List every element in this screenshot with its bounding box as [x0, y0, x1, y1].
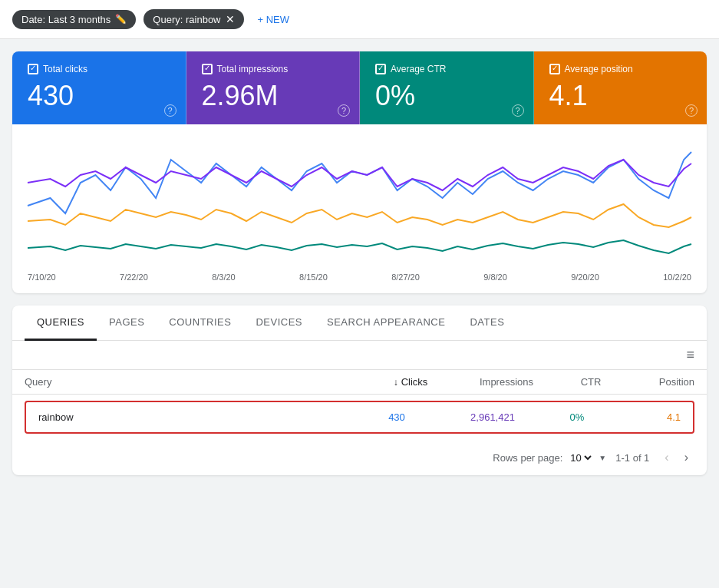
impressions-label: Total impressions	[217, 64, 289, 74]
x-label-5: 8/27/20	[391, 273, 420, 282]
position-checkbox[interactable]	[549, 64, 560, 74]
position-label: Average position	[565, 64, 633, 74]
impressions-checkbox[interactable]	[202, 64, 213, 74]
date-filter-chip[interactable]: Date: Last 3 months ✏️	[12, 10, 136, 29]
metric-impressions: Total impressions 2.96M ?	[186, 51, 361, 124]
metrics-card: Total clicks 430 ? Total impressions 2.9…	[12, 51, 707, 293]
x-label-2: 7/22/20	[120, 273, 148, 282]
chart-x-labels: 7/10/20 7/22/20 8/3/20 8/15/20 8/27/20 9…	[28, 269, 691, 288]
row-clicks: 430	[351, 411, 443, 423]
header-clicks[interactable]: ↓ Clicks	[364, 376, 457, 388]
row-ctr: 0%	[543, 411, 612, 423]
table-header-wrapper: Query ↓ Clicks Impressions CTR Position	[12, 370, 707, 395]
tabs-card: QUERIES PAGES COUNTRIES DEVICES SEARCH A…	[12, 306, 707, 475]
row-impressions: 2,961,421	[443, 411, 543, 423]
ctr-help[interactable]: ?	[512, 104, 524, 117]
clicks-label: Total clicks	[43, 64, 87, 74]
header-position[interactable]: Position	[625, 376, 694, 388]
metric-ctr: Average CTR 0% ?	[360, 51, 534, 124]
metric-impressions-label-row: Total impressions	[202, 64, 345, 74]
clicks-help[interactable]: ?	[164, 104, 176, 117]
new-button-label: + NEW	[258, 14, 290, 25]
metric-position-label-row: Average position	[549, 64, 692, 74]
header-query: Query	[25, 376, 364, 388]
ctr-label: Average CTR	[391, 64, 446, 74]
row-query: rainbow	[38, 411, 351, 423]
clicks-value: 430	[28, 79, 170, 112]
rows-per-page-label: Rows per page:	[493, 452, 562, 464]
metrics-row: Total clicks 430 ? Total impressions 2.9…	[12, 51, 707, 124]
ctr-checkbox[interactable]	[375, 64, 386, 74]
tab-dates[interactable]: DATES	[457, 306, 516, 341]
prev-page-button[interactable]: ‹	[658, 448, 674, 467]
tab-devices[interactable]: DEVICES	[243, 306, 315, 341]
new-button[interactable]: + NEW	[252, 10, 296, 29]
header-impressions[interactable]: Impressions	[457, 376, 556, 388]
line-chart	[28, 137, 691, 267]
impressions-help[interactable]: ?	[338, 104, 350, 117]
top-bar: Date: Last 3 months ✏️ Query: rainbow ✕ …	[0, 0, 719, 39]
data-section: rainbow 430 2,961,421 0% 4.1	[25, 401, 694, 434]
filter-icon[interactable]: ≡	[686, 347, 694, 363]
x-label-8: 10/2/20	[663, 273, 691, 282]
metric-clicks: Total clicks 430 ?	[12, 51, 186, 124]
filter-row: ≡	[12, 341, 707, 370]
table-header: Query ↓ Clicks Impressions CTR Position	[25, 376, 694, 388]
row-position: 4.1	[612, 411, 681, 423]
metric-ctr-label-row: Average CTR	[375, 64, 518, 74]
tab-countries[interactable]: COUNTRIES	[157, 306, 243, 341]
dropdown-icon: ▼	[599, 454, 606, 462]
tab-queries[interactable]: QUERIES	[25, 306, 97, 341]
page-nav: ‹ ›	[658, 448, 694, 467]
tabs-row: QUERIES PAGES COUNTRIES DEVICES SEARCH A…	[12, 306, 707, 341]
query-filter-label: Query: rainbow	[153, 14, 220, 25]
ctr-value: 0%	[375, 79, 518, 112]
date-filter-label: Date: Last 3 months	[21, 14, 110, 25]
x-label-6: 9/8/20	[483, 273, 507, 282]
x-label-4: 8/15/20	[299, 273, 328, 282]
rows-per-page-select[interactable]: 10 25 50	[567, 451, 594, 464]
edit-icon: ✏️	[115, 14, 127, 25]
next-page-button[interactable]: ›	[678, 448, 694, 467]
pagination-row: Rows per page: 10 25 50 ▼ 1-1 of 1 ‹ ›	[12, 440, 707, 475]
tab-search-appearance[interactable]: SEARCH APPEARANCE	[315, 306, 457, 341]
x-label-1: 7/10/20	[28, 273, 56, 282]
table-row: rainbow 430 2,961,421 0% 4.1	[26, 402, 693, 432]
metric-clicks-label-row: Total clicks	[28, 64, 170, 74]
close-icon[interactable]: ✕	[226, 13, 235, 25]
metric-position: Average position 4.1 ?	[534, 51, 707, 124]
tab-pages[interactable]: PAGES	[97, 306, 157, 341]
rows-per-page: Rows per page: 10 25 50 ▼	[493, 451, 606, 464]
query-filter-chip[interactable]: Query: rainbow ✕	[143, 9, 243, 29]
clicks-checkbox[interactable]	[28, 64, 38, 74]
impressions-value: 2.96M	[202, 79, 345, 112]
page-info: 1-1 of 1	[615, 452, 649, 464]
header-ctr[interactable]: CTR	[556, 376, 625, 388]
position-help[interactable]: ?	[685, 104, 698, 117]
main-content: Total clicks 430 ? Total impressions 2.9…	[0, 39, 719, 487]
x-label-7: 9/20/20	[571, 273, 599, 282]
x-label-3: 8/3/20	[212, 273, 236, 282]
sort-down-icon: ↓	[394, 377, 398, 388]
chart-area: 7/10/20 7/22/20 8/3/20 8/15/20 8/27/20 9…	[12, 124, 707, 293]
position-value: 4.1	[549, 79, 692, 112]
